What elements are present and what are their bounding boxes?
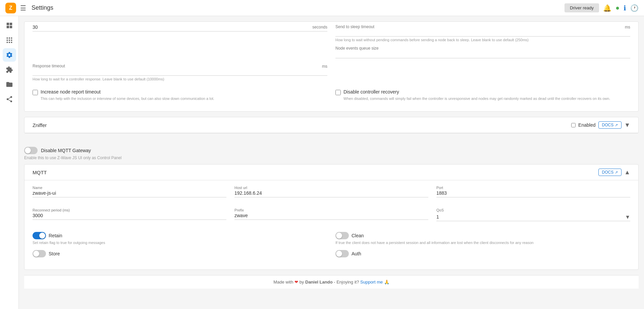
mqtt-docs-icon: ↗ <box>615 170 618 175</box>
increase-node-report-checkbox[interactable] <box>33 90 38 95</box>
clean-header: Clean <box>335 232 630 239</box>
increase-node-report-checkbox-row: Increase node report timeout <box>33 89 327 95</box>
sidebar-item-share[interactable] <box>3 92 16 106</box>
clean-toggle[interactable] <box>335 232 349 239</box>
auth-label: Auth <box>352 251 361 256</box>
footer-author: Daniel Lando <box>305 280 333 285</box>
mqtt-host-input-line <box>234 190 428 197</box>
clean-slider <box>335 232 349 239</box>
response-timeout-row: Response timeout ms How long to wait for… <box>33 64 630 81</box>
sidebar-item-files[interactable] <box>3 78 16 91</box>
mqtt-prefix-group: Prefix <box>234 208 428 221</box>
retain-clean-row: Retain Set retain flag to true for outgo… <box>33 232 630 245</box>
zniffer-section: Zniffer Enabled DOCS ↗ ▼ <box>24 117 639 133</box>
disable-mqtt-toggle[interactable] <box>24 147 38 154</box>
mqtt-reconnect-label: Reconnect period (ms) <box>33 208 226 212</box>
response-timeout-field: Response timeout ms How long to wait for… <box>33 64 327 81</box>
zniffer-collapse-button[interactable]: ▼ <box>624 122 630 129</box>
mqtt-name-input[interactable] <box>33 190 226 196</box>
top-partial-section: 30 seconds Send to sleep timeout ms How … <box>24 21 639 112</box>
zniffer-enabled-checkbox[interactable] <box>571 123 576 127</box>
mqtt-title: MQTT <box>33 170 598 175</box>
top-field-row: 30 seconds Send to sleep timeout ms How … <box>33 24 630 58</box>
svg-rect-4 <box>6 38 8 39</box>
sidebar-item-devices[interactable] <box>3 34 16 47</box>
mqtt-reconnect-group: Reconnect period (ms) <box>33 208 226 221</box>
response-timeout-value <box>33 69 327 76</box>
svg-rect-7 <box>6 40 8 41</box>
mqtt-name-input-line <box>33 190 226 197</box>
mqtt-row1: Name Host url Port <box>33 186 630 203</box>
mqtt-row2: Reconnect period (ms) Prefix QoS 0 <box>33 208 630 227</box>
disable-controller-recovery-hint: When disabled, commands will simply fail… <box>343 97 630 101</box>
sidebar <box>0 16 19 309</box>
disable-controller-recovery-col: Disable controller recovery When disable… <box>335 86 630 101</box>
node-events-input-row: 100 <box>335 51 630 58</box>
retain-label: Retain <box>49 233 62 238</box>
sleep-timeout-input[interactable]: 30 <box>33 24 312 30</box>
node-events-input[interactable]: 100 <box>335 51 630 57</box>
svg-rect-8 <box>9 40 10 41</box>
checkboxes-row: Increase node report timeout This can he… <box>33 86 630 101</box>
store-label: Store <box>49 251 60 256</box>
topbar-right: Driver ready 🔔 ● ℹ 🕐 <box>565 3 639 12</box>
mqtt-qos-select[interactable]: 0 1 2 <box>436 213 630 221</box>
mqtt-port-label: Port <box>436 186 630 190</box>
svg-rect-10 <box>6 42 8 43</box>
mqtt-qos-select-wrapper: 0 1 2 ▼ <box>436 213 630 221</box>
mqtt-docs-button[interactable]: DOCS ↗ <box>598 169 622 176</box>
auth-toggle[interactable] <box>335 250 349 257</box>
retain-toggle[interactable] <box>33 232 46 239</box>
svg-rect-0 <box>6 23 9 25</box>
mqtt-port-input[interactable] <box>436 190 630 196</box>
store-toggle[interactable] <box>33 250 46 257</box>
mqtt-qos-group: QoS 0 1 2 ▼ <box>436 208 630 221</box>
footer-enjoying: - Enjoying it? <box>334 280 359 285</box>
mqtt-collapse-button[interactable]: ▲ <box>624 169 630 176</box>
increase-node-report-col: Increase node report timeout This can he… <box>33 86 327 101</box>
clock-icon[interactable]: 🕐 <box>630 4 639 12</box>
footer-support-link[interactable]: Support me <box>360 280 384 285</box>
mqtt-reconnect-input[interactable] <box>33 213 226 218</box>
disable-mqtt-container: Disable MQTT Gateway Enable this to use … <box>24 139 639 160</box>
disable-mqtt-label: Disable MQTT Gateway <box>41 148 91 153</box>
send-to-sleep-value <box>335 30 630 37</box>
info-icon[interactable]: ℹ <box>624 4 626 12</box>
send-to-sleep-unit: ms <box>625 25 630 29</box>
mqtt-header: MQTT DOCS ↗ ▲ <box>24 165 638 180</box>
zniffer-enabled-label: Enabled <box>578 122 595 128</box>
notification-icon[interactable]: 🔔 <box>603 4 611 12</box>
mqtt-port-input-line <box>436 190 630 197</box>
store-header: Store <box>33 250 327 257</box>
disable-controller-recovery-checkbox[interactable] <box>335 90 341 95</box>
sidebar-item-settings[interactable] <box>3 48 16 62</box>
svg-rect-12 <box>11 42 12 43</box>
sleep-timeout-unit: seconds <box>312 25 327 29</box>
mqtt-qos-label: QoS <box>436 208 630 212</box>
node-events-label: Node events queue size <box>335 46 630 51</box>
increase-node-report-label: Increase node report timeout <box>41 89 101 95</box>
menu-icon[interactable]: ☰ <box>20 4 26 12</box>
retain-item: Retain Set retain flag to true for outgo… <box>33 232 327 245</box>
sidebar-item-plugins[interactable] <box>3 63 16 76</box>
svg-rect-5 <box>9 38 10 39</box>
retain-hint: Set retain flag to true for outgoing mes… <box>33 241 327 245</box>
sidebar-item-dashboard[interactable] <box>3 19 16 32</box>
mqtt-content: Name Host url Port <box>24 180 638 269</box>
send-to-sleep-hint: How long to wait without pending command… <box>335 38 630 42</box>
footer: Made with ❤ by Daniel Lando - Enjoying i… <box>24 275 639 289</box>
clean-hint: If true the client does not have a persi… <box>335 241 630 245</box>
mqtt-prefix-input[interactable] <box>234 213 428 218</box>
auth-item: Auth <box>335 250 630 259</box>
increase-node-report-hint: This can help with the inclusion or inte… <box>41 97 327 101</box>
svg-rect-9 <box>11 40 12 41</box>
driver-ready-button[interactable]: Driver ready <box>565 3 599 12</box>
footer-emoji: 🙏 <box>384 280 389 285</box>
footer-made-with: Made with <box>273 280 293 285</box>
mqtt-name-label: Name <box>33 186 226 190</box>
store-slider <box>33 250 46 257</box>
zniffer-docs-button[interactable]: DOCS ↗ <box>598 121 622 129</box>
svg-rect-2 <box>6 26 9 28</box>
mqtt-host-input[interactable] <box>234 190 428 196</box>
status-icon[interactable]: ● <box>615 4 620 12</box>
